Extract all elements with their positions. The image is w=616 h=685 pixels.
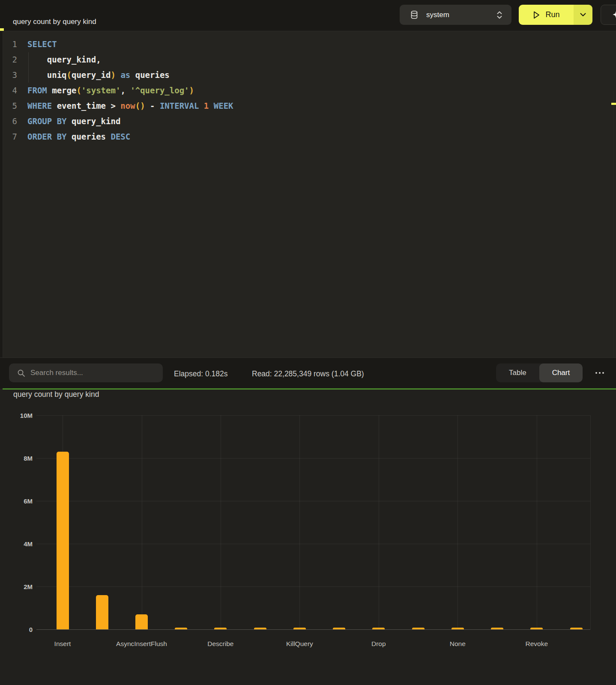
editor-lines: 1SELECT2 query_kind,3 uniq(query_id) as … bbox=[0, 36, 616, 144]
bar[interactable] bbox=[491, 628, 503, 629]
indent-guide bbox=[28, 52, 29, 83]
topbar: query count by query kind system bbox=[0, 0, 616, 31]
code-text: ORDER BY queries DESC bbox=[17, 129, 130, 144]
search-icon bbox=[17, 369, 25, 377]
code-text: GROUP BY query_kind bbox=[17, 113, 120, 129]
bar[interactable] bbox=[254, 628, 266, 629]
database-icon bbox=[410, 10, 419, 20]
bar[interactable] bbox=[530, 628, 543, 630]
plot-right-border bbox=[590, 415, 591, 629]
chevron-up-down-icon bbox=[496, 10, 503, 20]
token-kw: ORDER BY bbox=[27, 132, 67, 141]
play-icon bbox=[532, 11, 540, 19]
ai-assist-button[interactable] bbox=[601, 5, 616, 25]
code-line[interactable]: 3 uniq(query_id) as queries bbox=[0, 67, 616, 83]
token-kw: SELECT bbox=[27, 39, 57, 49]
bar[interactable] bbox=[57, 452, 69, 629]
token-id: uniq bbox=[27, 70, 67, 80]
token-id: - bbox=[145, 101, 160, 110]
y-axis-tick-label: 4M bbox=[8, 540, 33, 548]
gridline-vertical bbox=[379, 415, 379, 629]
x-axis-tick-label: None bbox=[450, 640, 466, 648]
code-line[interactable]: 4FROM merge('system', '^query_log') bbox=[0, 83, 616, 98]
y-axis-tick-label: 0 bbox=[8, 626, 33, 633]
token-par: ( bbox=[67, 70, 72, 80]
gridline-vertical bbox=[299, 415, 300, 629]
bar[interactable] bbox=[96, 595, 108, 629]
sql-editor[interactable]: 1SELECT2 query_kind,3 uniq(query_id) as … bbox=[0, 31, 616, 357]
gridline-horizontal bbox=[36, 587, 590, 587]
token-kw: as bbox=[116, 70, 130, 80]
chart-panel: query count by query kind 10M8M6M4M2M0In… bbox=[0, 390, 616, 685]
bar[interactable] bbox=[214, 628, 227, 630]
x-axis-tick-label: AsyncInsertFlush bbox=[116, 640, 167, 648]
run-split-button: Run bbox=[519, 5, 592, 25]
token-id: queries bbox=[130, 70, 170, 80]
code-line[interactable]: 7ORDER BY queries DESC bbox=[0, 129, 616, 144]
read-stat: Read: 22,285,349 rows (1.04 GB) bbox=[252, 358, 364, 389]
bar[interactable] bbox=[333, 628, 345, 630]
bar[interactable] bbox=[452, 628, 464, 630]
token-str: 'system' bbox=[81, 86, 121, 95]
gridline-horizontal bbox=[36, 458, 590, 459]
search-results-box[interactable] bbox=[9, 363, 163, 382]
run-options-button[interactable] bbox=[574, 5, 592, 25]
active-tab-indicator bbox=[0, 28, 4, 31]
gridline-vertical bbox=[458, 415, 458, 629]
y-axis-tick-label: 6M bbox=[8, 497, 33, 505]
token-id: , bbox=[120, 86, 130, 95]
overview-ruler-mark bbox=[611, 103, 616, 105]
sql-console-window: query count by query kind system bbox=[0, 0, 616, 685]
gridline-horizontal bbox=[36, 501, 590, 501]
search-results-input[interactable] bbox=[30, 368, 151, 378]
bar[interactable] bbox=[412, 628, 425, 629]
tab-chart[interactable]: Chart bbox=[539, 363, 583, 382]
x-axis-tick-label: Insert bbox=[54, 640, 71, 648]
bar[interactable] bbox=[570, 628, 583, 629]
chevron-down-icon bbox=[580, 13, 586, 17]
y-axis-tick-label: 2M bbox=[8, 583, 33, 590]
token-id: queries bbox=[67, 132, 111, 141]
more-options-button[interactable] bbox=[590, 363, 609, 382]
gridline-horizontal bbox=[36, 415, 590, 416]
token-num: 1 bbox=[199, 101, 213, 110]
code-text: FROM merge('system', '^query_log') bbox=[17, 83, 194, 98]
token-str: '^query_log' bbox=[130, 86, 189, 95]
token-kw: INTERVAL bbox=[160, 101, 199, 110]
token-id: merge bbox=[47, 86, 77, 95]
code-line[interactable]: 1SELECT bbox=[0, 36, 616, 52]
bar[interactable] bbox=[135, 614, 148, 629]
gridline-horizontal bbox=[36, 629, 590, 630]
token-id: event_time > bbox=[52, 101, 120, 110]
sparkle-icon bbox=[611, 10, 616, 20]
run-button-label: Run bbox=[545, 10, 559, 19]
run-button[interactable]: Run bbox=[519, 5, 574, 25]
token-kw: WEEK bbox=[214, 101, 233, 110]
token-id: query_kind, bbox=[27, 55, 101, 64]
token-id: query_kind bbox=[67, 116, 121, 126]
code-text: WHERE event_time > now() - INTERVAL 1 WE… bbox=[17, 98, 233, 113]
bar[interactable] bbox=[293, 628, 306, 630]
bar[interactable] bbox=[175, 628, 187, 630]
code-text: SELECT bbox=[17, 36, 57, 52]
code-line[interactable]: 2 query_kind, bbox=[0, 52, 616, 67]
database-selector[interactable]: system bbox=[400, 5, 511, 25]
token-kw: FROM bbox=[27, 86, 47, 95]
code-line[interactable]: 5WHERE event_time > now() - INTERVAL 1 W… bbox=[0, 98, 616, 113]
x-axis-tick-label: Describe bbox=[207, 640, 233, 648]
results-toolbar: Elapsed: 0.182s Read: 22,285,349 rows (1… bbox=[0, 357, 616, 389]
editor-left-gutter bbox=[0, 31, 3, 388]
token-par: ( bbox=[76, 86, 81, 95]
code-text: query_kind, bbox=[17, 52, 101, 67]
code-line[interactable]: 6GROUP BY query_kind bbox=[0, 113, 616, 129]
token-kw: GROUP BY bbox=[27, 116, 67, 126]
chart-plot: 10M8M6M4M2M0InsertAsyncInsertFlushDescri… bbox=[0, 390, 616, 685]
x-axis-tick-label: Drop bbox=[371, 640, 386, 648]
tab-table[interactable]: Table bbox=[496, 363, 539, 382]
gridline-vertical bbox=[221, 415, 221, 629]
database-selector-value: system bbox=[426, 11, 449, 19]
token-id: query_id bbox=[72, 70, 111, 80]
token-par: ) bbox=[189, 86, 194, 95]
bar[interactable] bbox=[372, 628, 385, 630]
gridline-vertical bbox=[537, 415, 537, 629]
